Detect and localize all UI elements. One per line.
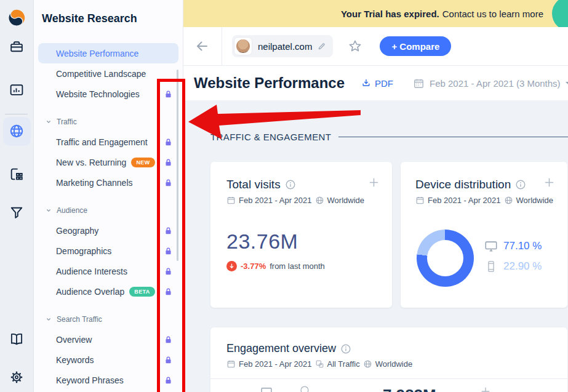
trial-banner: Your Trial has expired.Contact us to lea… [183,0,568,27]
change-note: from last month [270,262,325,271]
sidebar-item-competitive-landscape[interactable]: Competitive Landscape [38,63,178,84]
info-icon[interactable] [516,180,526,190]
chevron-down-icon [45,118,52,126]
new-badge: NEW [131,158,154,167]
caret-down-icon [566,82,568,85]
lock-icon [165,376,172,384]
lock-icon [165,247,172,255]
sidebar-item-website-technologies[interactable]: Website Technologies [38,84,178,104]
total-visits-title: Total visits [226,178,281,191]
app-research-icon[interactable] [9,167,25,182]
dashboards-icon[interactable] [9,82,25,98]
pdf-label: PDF [375,78,393,89]
filter-funnel-icon[interactable] [9,205,25,220]
sidebar-item-marketing-channels[interactable]: Marketing Channels [38,172,178,193]
mobile-icon [484,260,498,273]
sidebar-item-demographics[interactable]: Demographics [38,241,178,261]
lock-icon [165,178,172,186]
contact-us-link[interactable]: Contact us to learn more [442,9,543,19]
info-icon[interactable] [341,344,351,354]
avatar [236,39,250,53]
total-visits-value: 23.76M [226,230,377,254]
lock-icon [165,226,172,234]
sidebar-item-new-vs-returning[interactable]: New vs. Returning NEW [38,152,178,172]
device-donut [417,230,474,287]
date-range-picker[interactable]: Feb 2021 - Apr 2021 (3 Months) [413,78,568,89]
domain-pill[interactable]: neilpatel.com [232,35,333,57]
workspace-icon[interactable] [9,39,25,55]
similarweb-logo-icon[interactable] [7,9,26,27]
toolbar-divider [222,27,222,65]
lock-icon [165,138,172,146]
sidebar-item-website-performance[interactable]: Website Performance [38,43,178,63]
chevron-down-icon [45,316,52,323]
section-heading: TRAFFIC & ENGAGEMENT [210,132,568,142]
desktop-share: 77.10 % [503,240,542,252]
download-icon [361,78,372,89]
device-distribution-card: Device distribution Feb 2021 - Apr 2021 … [401,162,567,308]
metric-desktop-icon [260,386,273,392]
section-heading-rule [338,137,568,137]
sidebar-section-audience[interactable]: Audience [38,200,178,220]
sidebar-scrollbar[interactable] [177,70,178,261]
calendar-icon [415,196,425,205]
academy-book-icon[interactable] [9,331,25,347]
traffic-filter: All Traffic [327,359,360,369]
section-heading-label: TRAFFIC & ENGAGEMENT [210,132,331,142]
chevron-down-icon [45,207,52,214]
page-title-bar: Website Performance PDF Feb 2021 - Apr 2… [183,65,568,100]
sidebar-item-keyword-phrases[interactable]: Keyword Phrases [38,370,178,390]
device-distribution-title: Device distribution [415,178,511,191]
metric-value: 7.982M [383,386,436,392]
sidebar-item-geography[interactable]: Geography [38,220,178,241]
card-date-range: Feb 2021 - Apr 2021 [239,196,312,205]
add-to-dashboard-icon[interactable] [543,177,555,188]
globe-icon [504,196,513,205]
sidebar-section-search-traffic[interactable]: Search Traffic [38,309,178,329]
beta-badge: BETA [129,287,154,297]
clipped-metric-row: 7.982M [210,386,567,392]
lock-icon [165,335,172,343]
trial-banner-text: Your Trial has expired.Contact us to lea… [341,9,543,19]
sidebar: Website Research Website Performance Com… [34,0,183,392]
sidebar-item-audience-interests[interactable]: Audience Interests [38,261,178,281]
sidebar-item-keywords[interactable]: Keywords [38,350,178,370]
lock-icon [165,287,172,295]
sidebar-item-overview[interactable]: Overview [38,329,178,350]
sidebar-item-audience-overlap[interactable]: Audience Overlap BETA [38,281,178,302]
pdf-export-button[interactable]: PDF [361,78,393,89]
date-range-label: Feb 2021 - Apr 2021 (3 Months) [430,78,561,89]
back-arrow-button[interactable] [194,39,209,54]
sidebar-section-traffic[interactable]: Traffic [38,111,178,132]
rail-divider [5,114,28,114]
edit-pencil-icon[interactable] [317,41,327,51]
arrow-down-circle-icon [226,261,237,271]
lock-icon [165,158,172,166]
compare-button[interactable]: + Compare [380,36,451,56]
change-percent: -3.77% [241,262,266,271]
website-research-globe-icon[interactable] [9,123,25,139]
card-date-range: Feb 2021 - Apr 2021 [239,359,312,369]
mobile-share: 22.90 % [503,260,542,273]
card-geo: Worldwide [327,196,364,205]
card-geo: Worldwide [375,359,412,369]
total-visits-change: -3.77% from last month [226,261,377,271]
globe-icon [315,196,324,205]
toolbar: neilpatel.com + Compare [183,27,568,65]
chat-bubble-button[interactable] [552,0,568,27]
settings-gear-icon[interactable] [9,370,25,385]
app-window: Website Research Website Performance Com… [0,0,568,392]
page-title: Website Performance [194,74,345,92]
all-traffic-icon [315,359,324,369]
card-geo: Worldwide [516,196,553,205]
add-to-dashboard-icon[interactable] [368,177,380,188]
engagement-overview-title: Engagement overview [226,342,336,355]
desktop-icon [484,239,498,253]
lock-icon [165,356,172,364]
sidebar-item-traffic-and-engagement[interactable]: Traffic and Engagement [38,132,178,152]
favorite-star-icon[interactable] [348,39,362,54]
metric-add-icon [480,386,491,392]
info-icon[interactable] [286,180,295,190]
trial-expired-text: Your Trial has expired. [341,9,439,19]
main-area: Your Trial has expired.Contact us to lea… [183,0,568,392]
